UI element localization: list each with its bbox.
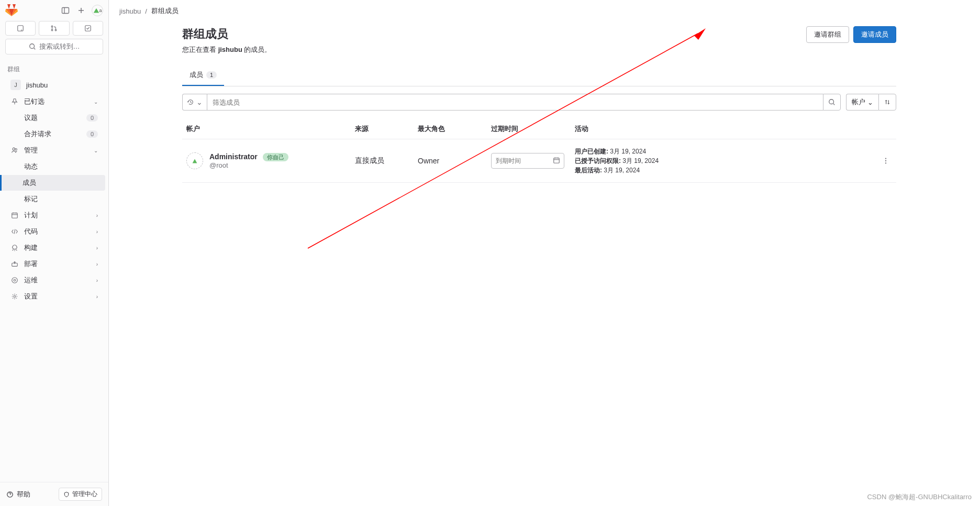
chevron-right-icon: ›: [96, 261, 98, 267]
member-username: @root: [209, 161, 288, 169]
sidebar-manage[interactable]: 管理 ⌄: [3, 142, 105, 158]
invite-member-button[interactable]: 邀请成员: [853, 26, 896, 43]
invite-group-button[interactable]: 邀请群组: [806, 26, 849, 43]
chevron-down-icon: ⌄: [867, 98, 873, 106]
users-icon: [10, 146, 19, 155]
svg-point-7: [52, 26, 53, 27]
user-avatar[interactable]: a: [92, 5, 103, 16]
sort-icon: [884, 98, 890, 106]
sidebar-operate[interactable]: 运维 ›: [3, 272, 105, 288]
todos-shortcut-button[interactable]: [73, 21, 103, 36]
breadcrumb-group[interactable]: jishubu: [119, 7, 141, 15]
main-content: jishubu / 群组成员 群组成员 您正在查看 jishubu 的成员。 邀…: [109, 0, 980, 506]
svg-point-33: [885, 162, 886, 163]
svg-point-22: [14, 295, 16, 298]
panel-toggle-icon[interactable]: [60, 5, 71, 16]
svg-point-31: [885, 158, 886, 159]
issues-shortcut-button[interactable]: [5, 21, 36, 36]
self-badge: 你自己: [263, 153, 288, 161]
sidebar-plan[interactable]: 计划 ›: [3, 207, 105, 223]
svg-marker-26: [193, 159, 197, 163]
svg-line-12: [34, 48, 35, 50]
svg-point-24: [829, 100, 834, 104]
svg-point-8: [52, 29, 53, 31]
sidebar-deploy[interactable]: 部署 ›: [3, 256, 105, 272]
watermark: CSDN @鲍海超-GNUBHCkalitarro: [867, 492, 972, 502]
history-button[interactable]: ⌄: [182, 94, 207, 111]
group-header: 群组: [0, 61, 108, 76]
rocket-icon: [10, 244, 19, 252]
member-row: Administrator 你自己 @root 直接成员 Owner: [182, 139, 896, 183]
sidebar: a 搜索或转到… 群组 J jishubu 已钉选 ⌄: [0, 0, 109, 506]
svg-rect-10: [85, 26, 91, 31]
admin-button[interactable]: 管理中心: [59, 488, 102, 501]
svg-rect-0: [62, 8, 69, 14]
operate-icon: [10, 276, 19, 284]
search-button[interactable]: [823, 94, 841, 111]
svg-rect-5: [18, 26, 24, 31]
page-title: 群组成员: [182, 26, 271, 42]
sidebar-code[interactable]: 代码 ›: [3, 224, 105, 239]
breadcrumb-page[interactable]: 群组成员: [151, 6, 179, 16]
history-icon: [187, 98, 194, 106]
sort-direction-button[interactable]: [878, 94, 896, 111]
sidebar-settings[interactable]: 设置 ›: [3, 289, 105, 304]
svg-point-14: [15, 149, 17, 151]
svg-point-9: [55, 29, 57, 31]
member-activity: 用户已创建: 3月 19, 2024 已授予访问权限: 3月 19, 2024 …: [575, 147, 875, 175]
kebab-icon: [882, 157, 889, 164]
svg-marker-4: [94, 8, 99, 13]
sidebar-issues[interactable]: 议题 0: [3, 110, 105, 126]
search-placeholder: 搜索或转到…: [39, 42, 80, 51]
svg-point-21: [14, 279, 16, 281]
member-role: Owner: [418, 157, 491, 165]
svg-point-11: [29, 44, 34, 49]
sidebar-pinned[interactable]: 已钉选 ⌄: [3, 94, 105, 109]
sidebar-group-link[interactable]: J jishubu: [3, 76, 105, 93]
sidebar-members[interactable]: 成员: [0, 175, 105, 191]
help-icon: [6, 491, 14, 498]
breadcrumb: jishubu / 群组成员: [109, 0, 980, 22]
sort-field-button[interactable]: 帐户 ⌄: [846, 94, 878, 111]
svg-rect-15: [12, 213, 18, 218]
chevron-right-icon: ›: [96, 213, 98, 218]
sidebar-activity[interactable]: 动态: [3, 159, 105, 174]
merge-requests-shortcut-button[interactable]: [39, 21, 69, 36]
expire-date-input[interactable]: [491, 153, 564, 169]
table-header: 帐户 来源 最大角色 过期时间 活动: [182, 119, 896, 139]
tabs: 成员 1: [182, 65, 896, 86]
pin-icon: [10, 97, 19, 106]
chevron-right-icon: ›: [96, 294, 98, 300]
sidebar-merge-requests[interactable]: 合并请求 0: [3, 126, 105, 142]
gitlab-logo[interactable]: [5, 4, 18, 17]
plus-icon[interactable]: [76, 5, 86, 16]
chevron-down-icon: ⌄: [196, 98, 203, 106]
member-source: 直接成员: [355, 156, 418, 166]
member-name[interactable]: Administrator: [209, 152, 258, 161]
group-avatar-icon: J: [10, 80, 21, 90]
member-avatar[interactable]: [186, 152, 203, 169]
search-icon: [828, 98, 836, 106]
member-actions-menu[interactable]: [875, 157, 896, 164]
svg-point-20: [12, 278, 18, 283]
svg-point-13: [13, 148, 15, 150]
calendar-icon: [10, 211, 19, 219]
deploy-icon: [10, 260, 19, 268]
chevron-right-icon: ›: [96, 229, 98, 235]
code-icon: [10, 227, 19, 236]
sidebar-labels[interactable]: 标记: [3, 191, 105, 207]
sidebar-build[interactable]: 构建 ›: [3, 240, 105, 256]
chevron-down-icon: ⌄: [94, 148, 98, 153]
svg-line-25: [833, 104, 835, 105]
search-input[interactable]: 搜索或转到…: [5, 39, 103, 54]
chevron-right-icon: ›: [96, 245, 98, 251]
tab-members[interactable]: 成员 1: [182, 65, 224, 86]
chevron-right-icon: ›: [96, 278, 98, 283]
svg-point-32: [885, 160, 886, 161]
filter-input[interactable]: [207, 94, 823, 111]
chevron-down-icon: ⌄: [94, 99, 98, 105]
admin-icon: [63, 491, 70, 498]
gear-icon: [10, 292, 19, 301]
page-subtitle: 您正在查看 jishubu 的成员。: [182, 45, 271, 54]
help-link[interactable]: 帮助: [6, 490, 30, 499]
